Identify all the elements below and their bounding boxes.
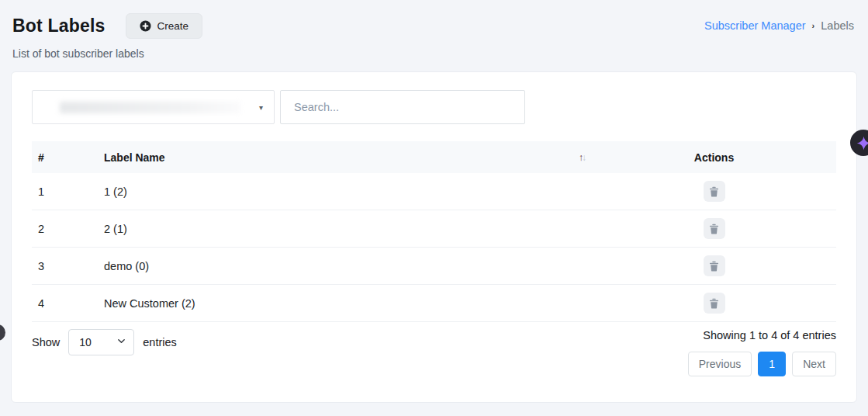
table-row: 4 New Customer (2) xyxy=(32,285,836,322)
table-row: 2 2 (1) xyxy=(32,210,836,248)
row-index: 3 xyxy=(32,260,104,272)
breadcrumb-separator-icon: › xyxy=(812,21,815,30)
row-label: New Customer (2) xyxy=(104,297,592,310)
results-summary: Showing 1 to 4 of 4 entries xyxy=(703,329,836,341)
trash-icon xyxy=(709,186,719,197)
page-title: Bot Labels xyxy=(12,16,105,36)
row-label: 2 (1) xyxy=(104,223,592,235)
next-page-button[interactable]: Next xyxy=(792,352,836,376)
sort-icon: ↑↓ xyxy=(579,152,585,163)
column-header-index[interactable]: # xyxy=(32,151,104,164)
labels-table: # Label Name ↑↓ Actions 1 1 (2) xyxy=(32,141,836,322)
sort-desc-icon: ↓ xyxy=(582,152,585,163)
table-row: 3 demo (0) xyxy=(32,248,836,285)
page-1-button[interactable]: 1 xyxy=(758,352,786,376)
delete-label-button[interactable] xyxy=(704,218,725,239)
entries-label: entries xyxy=(143,336,177,348)
bot-filter-dropdown[interactable]: ▾ xyxy=(32,90,275,124)
row-label: 1 (2) xyxy=(104,185,592,198)
column-header-actions: Actions xyxy=(592,151,836,164)
pagination: Previous 1 Next xyxy=(688,352,836,376)
column-header-label-name[interactable]: Label Name ↑↓ xyxy=(104,151,592,164)
plus-circle-icon xyxy=(140,20,151,32)
row-index: 1 xyxy=(32,185,104,198)
delete-label-button[interactable] xyxy=(704,255,725,276)
show-entries-control: Show 10 entries xyxy=(32,329,177,355)
column-header-label-name-text: Label Name xyxy=(104,151,165,164)
breadcrumb-link-subscriber-manager[interactable]: Subscriber Manager xyxy=(704,19,806,32)
trash-icon xyxy=(709,298,719,309)
left-edge-widget-button[interactable] xyxy=(0,324,5,341)
page-subtitle: List of bot subscriber labels xyxy=(12,47,202,60)
row-index: 4 xyxy=(32,297,104,310)
create-button-label: Create xyxy=(157,20,189,32)
show-label: Show xyxy=(32,336,60,348)
delete-label-button[interactable] xyxy=(704,181,725,202)
breadcrumb-current: Labels xyxy=(821,19,854,32)
table-row: 1 1 (2) xyxy=(32,173,836,210)
entries-per-page-select[interactable]: 10 xyxy=(68,329,134,355)
breadcrumb: Subscriber Manager › Labels xyxy=(704,13,854,32)
filters-row: ▾ xyxy=(32,90,836,124)
row-index: 2 xyxy=(32,223,104,235)
sparkle-icon xyxy=(856,136,868,151)
previous-page-button[interactable]: Previous xyxy=(688,352,752,376)
table-header-row: # Label Name ↑↓ Actions xyxy=(32,141,836,173)
chevron-down-icon: ▾ xyxy=(259,103,263,112)
labels-card: ▾ # Label Name ↑↓ Actions 1 1 (2) xyxy=(11,71,857,403)
trash-icon xyxy=(709,224,719,234)
create-button[interactable]: Create xyxy=(126,13,203,39)
row-label: demo (0) xyxy=(104,260,592,272)
delete-label-button[interactable] xyxy=(704,293,725,314)
trash-icon xyxy=(709,261,719,272)
search-input[interactable] xyxy=(280,90,525,124)
bot-filter-selected-value-redacted xyxy=(60,102,241,113)
page-header: Bot Labels Create List of bot subscriber… xyxy=(0,0,868,60)
table-footer: Show 10 entries Showing 1 to 4 of 4 entr… xyxy=(32,329,836,376)
